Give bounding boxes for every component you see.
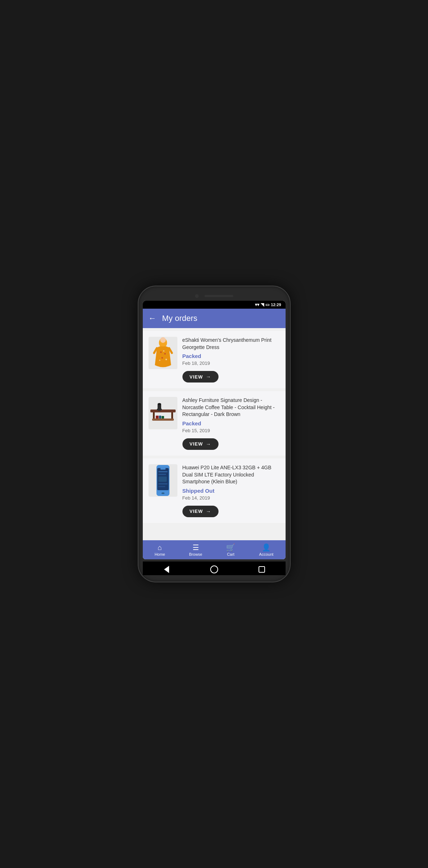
svg-point-16 [158, 403, 161, 405]
order-info-1: eShakti Women's Chrysanthemum Print Geor… [182, 337, 280, 382]
wifi-icon: ▾▾ [255, 302, 259, 307]
order-date-1: Feb 18, 2019 [182, 361, 280, 366]
order-status-2: Packed [182, 420, 280, 426]
app-header: ← My orders [143, 309, 286, 328]
svg-point-2 [164, 353, 166, 355]
android-back-button[interactable] [162, 565, 171, 574]
nav-item-home[interactable]: ⌂ Home [149, 543, 171, 557]
arrow-icon-1: → [206, 374, 211, 380]
order-date-3: Feb 14, 2019 [182, 495, 280, 501]
back-button[interactable]: ← [149, 314, 156, 322]
svg-rect-17 [156, 416, 159, 419]
order-date-2: Feb 15, 2019 [182, 428, 280, 433]
clock: 12:29 [271, 303, 281, 307]
order-status-3: Shipped Out [182, 488, 280, 494]
svg-point-6 [163, 350, 164, 352]
nav-cart-label: Cart [227, 552, 234, 556]
svg-rect-11 [152, 419, 174, 421]
recents-square-icon [259, 566, 265, 573]
order-info-2: Ashley Furniture Signature Design - Norc… [182, 397, 280, 450]
svg-rect-12 [153, 412, 155, 419]
phone-frame: ▾▾ ◥ ▭ 12:29 ← My orders [138, 286, 290, 582]
order-card-1: eShakti Women's Chrysanthemum Print Geor… [143, 331, 286, 388]
order-title-3: Huawei P20 Lite ANE-LX3 32GB + 4GB Dual … [182, 464, 280, 486]
phone-screen: ▾▾ ◥ ▭ 12:29 ← My orders [143, 301, 286, 559]
view-button-2[interactable]: VIEW → [182, 438, 219, 450]
status-icons: ▾▾ ◥ ▭ 12:29 [255, 302, 281, 307]
order-title-2: Ashley Furniture Signature Design - Norc… [182, 397, 280, 418]
view-button-3[interactable]: VIEW → [182, 506, 219, 517]
svg-rect-25 [158, 476, 167, 482]
speaker [204, 295, 233, 297]
cart-icon: 🛒 [226, 544, 235, 551]
browse-icon: ☰ [193, 544, 199, 551]
order-info-3: Huawei P20 Lite ANE-LX3 32GB + 4GB Dual … [182, 464, 280, 517]
svg-rect-22 [160, 468, 166, 470]
nav-account-label: Account [259, 552, 274, 556]
android-home-button[interactable] [210, 565, 219, 574]
svg-point-1 [160, 352, 162, 353]
order-image-2 [149, 397, 177, 429]
order-image-3 [149, 464, 177, 497]
android-recents-button[interactable] [257, 565, 266, 574]
svg-point-5 [159, 360, 160, 361]
person-icon: 👤 [262, 544, 271, 551]
home-icon: ⌂ [158, 544, 162, 551]
orders-list: eShakti Women's Chrysanthemum Print Geor… [143, 328, 286, 540]
nav-item-account[interactable]: 👤 Account [253, 543, 279, 557]
front-camera [195, 294, 199, 298]
svg-rect-19 [162, 416, 164, 419]
nav-home-label: Home [155, 552, 165, 556]
signal-icon: ◥ [261, 302, 264, 307]
svg-rect-27 [158, 486, 165, 487]
phone-top-bar [143, 293, 286, 301]
status-bar: ▾▾ ◥ ▭ 12:29 [143, 301, 286, 309]
battery-icon: ▭ [265, 302, 269, 307]
svg-rect-26 [158, 483, 167, 484]
back-triangle-icon [164, 566, 169, 573]
nav-browse-label: Browse [189, 552, 202, 556]
svg-rect-24 [158, 474, 166, 475]
nav-item-cart[interactable]: 🛒 Cart [220, 543, 241, 557]
home-circle-icon [210, 565, 218, 573]
svg-point-28 [161, 492, 164, 494]
nav-item-browse[interactable]: ☰ Browse [183, 543, 208, 557]
view-button-1[interactable]: VIEW → [182, 371, 219, 382]
arrow-icon-3: → [206, 509, 211, 514]
order-card-3: Huawei P20 Lite ANE-LX3 32GB + 4GB Dual … [143, 458, 286, 523]
svg-point-4 [165, 359, 167, 361]
bottom-nav: ⌂ Home ☰ Browse 🛒 Cart 👤 Account [143, 540, 286, 559]
svg-rect-18 [159, 416, 161, 419]
page-title: My orders [162, 314, 198, 323]
order-title-1: eShakti Women's Chrysanthemum Print Geor… [182, 337, 280, 351]
svg-rect-23 [158, 471, 167, 472]
svg-rect-10 [150, 410, 176, 412]
order-status-1: Packed [182, 353, 280, 359]
arrow-icon-2: → [206, 441, 211, 447]
svg-point-9 [160, 337, 166, 343]
svg-point-3 [161, 357, 163, 359]
svg-rect-13 [171, 412, 173, 419]
order-card-2: Ashley Furniture Signature Design - Norc… [143, 391, 286, 456]
phone-bottom-bar [143, 561, 286, 575]
order-image-1 [149, 337, 177, 369]
